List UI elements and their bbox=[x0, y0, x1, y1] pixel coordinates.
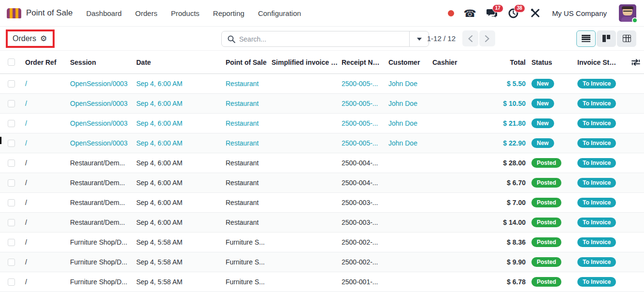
invoice-status-badge: To Invoice bbox=[577, 257, 616, 267]
row-checkbox[interactable] bbox=[8, 179, 15, 187]
cell-customer bbox=[386, 272, 429, 292]
company-switcher[interactable]: My US Company bbox=[552, 9, 607, 17]
cell-receipt: 2500-004-... bbox=[339, 153, 386, 173]
cell-simplified-invoice bbox=[269, 213, 339, 232]
row-checkbox[interactable] bbox=[8, 140, 15, 147]
cell-cashier bbox=[429, 153, 478, 173]
column-header-total[interactable]: Total bbox=[478, 51, 529, 73]
cell-receipt: 2500-005-... bbox=[339, 94, 386, 113]
column-header-invoice-status[interactable]: Invoice St… bbox=[574, 51, 627, 73]
row-checkbox[interactable] bbox=[8, 160, 15, 167]
table-row[interactable]: /OpenSession/0003Sep 4, 6:00 AMRestauran… bbox=[0, 74, 644, 94]
cell-total: $ 14.00 bbox=[478, 213, 529, 232]
row-checkbox[interactable] bbox=[8, 199, 15, 206]
orders-list: Order Ref Session Date Point of Sale Sim… bbox=[0, 51, 644, 292]
table-row[interactable]: /OpenSession/0003Sep 4, 6:00 AMRestauran… bbox=[0, 114, 644, 133]
pager-previous-button[interactable] bbox=[462, 30, 478, 46]
column-header-cashier[interactable]: Cashier bbox=[429, 51, 478, 73]
app-name[interactable]: Point of Sale bbox=[26, 8, 72, 18]
user-avatar[interactable] bbox=[619, 4, 636, 22]
invoice-status-badge: To Invoice bbox=[577, 138, 616, 148]
row-checkbox[interactable] bbox=[8, 239, 15, 246]
table-row[interactable]: /Furniture Shop/D...Sep 4, 5:58 AMFurnit… bbox=[0, 252, 644, 272]
cell-date: Sep 4, 6:00 AM bbox=[133, 94, 223, 113]
cell-session: Restaurant/Dem... bbox=[67, 213, 133, 232]
cell-total: $ 28.00 bbox=[478, 153, 529, 173]
table-row[interactable]: /OpenSession/0003Sep 4, 6:00 AMRestauran… bbox=[0, 133, 644, 153]
column-header-date[interactable]: Date bbox=[133, 51, 223, 73]
status-badge: New bbox=[531, 118, 554, 128]
row-checkbox[interactable] bbox=[8, 120, 15, 127]
status-badge: New bbox=[531, 79, 554, 88]
cell-cashier bbox=[429, 74, 478, 93]
menu-dashboard[interactable]: Dashboard bbox=[86, 9, 121, 17]
pos-app-logo-icon[interactable] bbox=[7, 8, 21, 18]
search-bar bbox=[221, 31, 429, 47]
cell-customer: John Doe bbox=[386, 94, 429, 113]
messages-icon[interactable]: 17 bbox=[486, 7, 498, 19]
table-row[interactable]: /Restaurant/Dem...Sep 4, 6:00 AMRestaura… bbox=[0, 153, 644, 173]
column-header-status[interactable]: Status bbox=[529, 51, 574, 73]
status-badge: Posted bbox=[531, 198, 561, 207]
row-checkbox[interactable] bbox=[8, 100, 15, 107]
cell-pos: Restaurant bbox=[223, 213, 269, 232]
column-header-customer[interactable]: Customer bbox=[386, 51, 429, 73]
column-header-order-ref[interactable]: Order Ref bbox=[22, 51, 67, 73]
search-icon bbox=[228, 35, 235, 43]
row-checkbox[interactable] bbox=[8, 80, 15, 88]
cell-receipt: 2500-002-... bbox=[339, 233, 386, 252]
column-header-session[interactable]: Session bbox=[67, 51, 133, 73]
cell-cashier bbox=[429, 233, 478, 252]
pager-range: 1-12 / 12 bbox=[427, 34, 456, 43]
messages-count-badge: 17 bbox=[492, 4, 503, 13]
pager: 1-12 / 12 bbox=[427, 30, 495, 46]
menu-products[interactable]: Products bbox=[171, 9, 200, 17]
online-status-icon bbox=[632, 17, 638, 23]
row-checkbox[interactable] bbox=[8, 259, 15, 266]
cell-date: Sep 4, 6:00 AM bbox=[133, 114, 223, 133]
menu-configuration[interactable]: Configuration bbox=[258, 9, 301, 17]
cell-order-ref: / bbox=[22, 233, 67, 252]
cell-receipt: 2500-001-... bbox=[339, 272, 386, 292]
invoice-status-badge: To Invoice bbox=[577, 237, 616, 247]
cell-order-ref: / bbox=[22, 94, 67, 113]
table-row[interactable]: /Furniture Shop/D...Sep 4, 5:58 AMFurnit… bbox=[0, 272, 644, 292]
cell-pos: Restaurant bbox=[223, 74, 269, 93]
row-checkbox[interactable] bbox=[8, 278, 15, 286]
table-row[interactable]: /Furniture Shop/D...Sep 4, 5:58 AMFurnit… bbox=[0, 233, 644, 252]
table-row[interactable]: /Restaurant/Dem...Sep 4, 6:00 AMRestaura… bbox=[0, 173, 644, 193]
kanban-view-button[interactable] bbox=[597, 30, 616, 47]
cell-order-ref: / bbox=[22, 74, 67, 93]
cell-customer bbox=[386, 193, 429, 212]
column-header-receipt-number[interactable]: Receipt N… bbox=[339, 51, 386, 73]
invoice-status-badge: To Invoice bbox=[577, 99, 616, 108]
menu-reporting[interactable]: Reporting bbox=[213, 9, 244, 17]
cell-customer bbox=[386, 233, 429, 252]
search-options-toggle[interactable] bbox=[409, 31, 429, 46]
optional-columns-button[interactable] bbox=[627, 51, 644, 73]
cell-session: Furniture Shop/D... bbox=[67, 252, 133, 272]
voip-phone-icon[interactable]: ☎ bbox=[464, 7, 476, 19]
list-view-button[interactable] bbox=[576, 30, 596, 47]
table-header-row: Order Ref Session Date Point of Sale Sim… bbox=[0, 51, 644, 74]
table-row[interactable]: /Restaurant/Dem...Sep 4, 6:00 AMRestaura… bbox=[0, 193, 644, 213]
pager-next-button[interactable] bbox=[479, 30, 495, 46]
pivot-view-button[interactable] bbox=[617, 30, 636, 47]
debug-tools-icon[interactable] bbox=[530, 7, 541, 19]
activities-clock-icon[interactable]: 38 bbox=[508, 7, 519, 19]
select-all-checkbox[interactable] bbox=[8, 58, 15, 66]
column-header-point-of-sale[interactable]: Point of Sale bbox=[223, 51, 269, 73]
actions-gear-icon[interactable]: ⚙ bbox=[40, 35, 47, 43]
nav-menus: DashboardOrdersProductsReportingConfigur… bbox=[86, 9, 301, 17]
cell-receipt: 2500-004-... bbox=[339, 173, 386, 192]
page-title[interactable]: Orders bbox=[13, 34, 36, 43]
column-header-simplified-invoice[interactable]: Simplified invoice … bbox=[269, 51, 339, 73]
menu-orders[interactable]: Orders bbox=[135, 9, 157, 17]
table-row[interactable]: /OpenSession/0003Sep 4, 6:00 AMRestauran… bbox=[0, 94, 644, 114]
table-row[interactable]: /Restaurant/Dem...Sep 4, 6:00 AMRestaura… bbox=[0, 213, 644, 233]
cell-receipt: 2500-003-... bbox=[339, 193, 386, 212]
row-checkbox[interactable] bbox=[8, 219, 15, 226]
cell-pos: Furniture S... bbox=[223, 233, 269, 252]
search-input[interactable] bbox=[239, 35, 403, 43]
table-body: /OpenSession/0003Sep 4, 6:00 AMRestauran… bbox=[0, 74, 644, 292]
